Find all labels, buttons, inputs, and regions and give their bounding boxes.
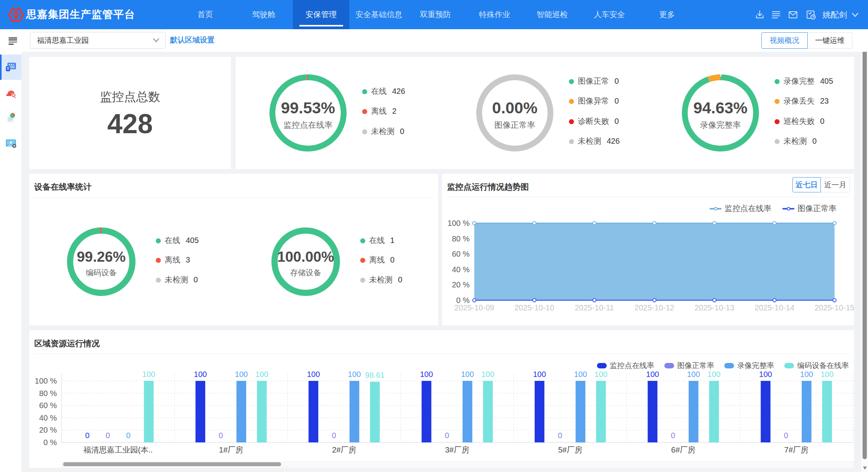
legend-dot [360,258,365,263]
report-clock-icon[interactable] [806,9,816,20]
list-icon[interactable] [771,9,782,20]
horizontal-scrollbar[interactable] [62,461,854,467]
region-select-value: 福清思嘉工业园 [37,32,89,48]
svg-text:100: 100 [759,370,772,379]
sidebar-item-alarm-search[interactable] [0,80,21,105]
donut-record-complete: 94.63%录像完整率录像完整405录像丢失23巡检失败0未检测0 [681,74,759,152]
download-icon[interactable] [755,9,765,20]
donut-storage-device: 100.00%存储设备在线1离线0未检测0 [271,227,340,296]
legend-value: 426 [607,137,620,145]
legend-dot [362,129,367,134]
legend-item-在线[interactable]: 在线426 [362,86,405,97]
scroll-down-button[interactable] [861,465,868,472]
legend-name: 离线 [371,107,387,115]
legend-name: 离线 [165,255,180,264]
legend-item-未检测[interactable]: 未检测0 [362,126,404,137]
svg-text:2025-10-14: 2025-10-14 [755,303,794,312]
nav-item-6[interactable]: 特殊作业 [479,0,510,29]
legend-item-录像完整[interactable]: 录像完整405 [775,76,833,86]
svg-text:100: 100 [307,370,320,379]
svg-text:2025-10-10: 2025-10-10 [514,303,554,312]
nav-item-9[interactable]: 更多 [659,0,675,29]
mail-icon[interactable] [788,9,798,20]
legend-item-离线[interactable]: 离线3 [156,255,190,265]
legend-name: 在线 [165,236,180,245]
legend-name: 录像完整 [783,77,815,85]
user-name[interactable]: 姚配剑 [822,0,847,29]
sidebar-item-video-wall[interactable] [0,55,21,80]
svg-text:40 %: 40 % [39,414,57,422]
svg-text:100: 100 [574,370,587,379]
active-stripe [0,55,2,80]
nav-item-7[interactable]: 智能巡检 [537,0,568,29]
nav-item-4[interactable]: 安全基础信息 [356,0,402,29]
sidebar-item-report-pie[interactable] [0,105,21,130]
legend-name: 在线 [369,236,385,245]
svg-text:0 %: 0 % [44,438,57,447]
nav-item-2[interactable]: 驾驶舱 [252,0,275,29]
brand-logo-icon [8,7,24,23]
legend-item-录像丢失[interactable]: 录像丢失23 [775,96,829,106]
region-select[interactable]: 福清思嘉工业园 [30,32,166,49]
vertical-scrollbar[interactable] [861,29,868,472]
legend-name: 未检测 [578,137,601,145]
legend-dot [775,99,780,104]
legend-item-离线[interactable]: 离线0 [360,255,394,265]
legend-item-离线[interactable]: 离线2 [362,106,396,116]
nav-item-3[interactable]: 安保管理 [293,0,349,29]
legend-name: 离线 [369,255,385,264]
legend-item-巡检失败[interactable]: 巡检失败0 [775,116,824,127]
nav-item-8[interactable]: 人车安全 [594,0,625,29]
legend-name: 巡检失败 [783,117,815,125]
legend-item-在线[interactable]: 在线1 [360,235,394,246]
user-chevron-down-icon[interactable] [851,12,859,18]
svg-text:0: 0 [126,431,130,440]
svg-text:0: 0 [671,431,675,440]
legend-dot [156,238,161,243]
nav-item-5[interactable]: 双重预防 [420,0,451,29]
legend-value: 0 [194,275,198,284]
svg-text:0: 0 [106,431,110,440]
svg-text:2025-10-11: 2025-10-11 [575,303,614,312]
legend-item-在线[interactable]: 在线405 [156,235,199,246]
collapse-menu-icon[interactable] [9,37,17,45]
legend-value: 0 [390,255,394,264]
svg-text:0: 0 [85,431,90,440]
legend-item-未检测[interactable]: 未检测0 [156,275,198,285]
legend-item-未检测[interactable]: 未检测0 [360,275,402,285]
left-sidebar [0,52,21,472]
svg-text:0: 0 [445,431,449,440]
legend-item-图像正常[interactable]: 图像正常0 [569,76,619,86]
legend-value: 0 [614,77,619,85]
svg-text:20 %: 20 % [452,280,470,289]
vertical-scrollbar-thumb[interactable] [863,40,867,459]
horizontal-scrollbar-thumb[interactable] [63,462,281,466]
default-region-link[interactable]: 默认区域设置 [170,29,215,52]
total-points-card: 监控点总数 428 [29,57,231,169]
legend-item-图像异常[interactable]: 图像异常0 [569,96,619,106]
svg-text:0: 0 [784,431,788,440]
last-7-days-toggle[interactable]: 近七日 [792,177,821,192]
legend-item-未检测[interactable]: 未检测426 [569,136,620,146]
svg-text:100 %: 100 % [447,219,470,227]
legend-item-诊断失败[interactable]: 诊断失败0 [569,116,619,127]
svg-text:100: 100 [461,370,474,379]
legend-name: 未检测 [783,137,807,145]
trend-card: 监控点运行情况趋势图 近七日 近一月 监控点在线率图像正常率 0 %20 %40… [442,174,854,325]
svg-text:20 %: 20 % [39,426,57,434]
report-pie-icon [5,112,17,124]
svg-text:3#厂房: 3#厂房 [445,446,469,454]
svg-text:100: 100 [481,370,494,379]
legend-name: 图像正常 [578,77,609,85]
legend-name: 诊断失败 [578,117,609,125]
legend-item-未检测[interactable]: 未检测0 [775,136,817,146]
record-complete-rate-ring [681,74,759,152]
legend-dot [362,109,367,114]
encoding-device-rate-ring [67,227,136,296]
svg-text:40 %: 40 % [452,265,470,274]
sidebar-item-monitor-playback[interactable] [0,130,21,156]
video-overview-button[interactable]: 视频概况 [761,32,808,49]
one-key-ops-button[interactable]: 一键运维 [808,32,852,49]
nav-item-1[interactable]: 首页 [197,0,213,29]
svg-text:100: 100 [533,370,546,379]
